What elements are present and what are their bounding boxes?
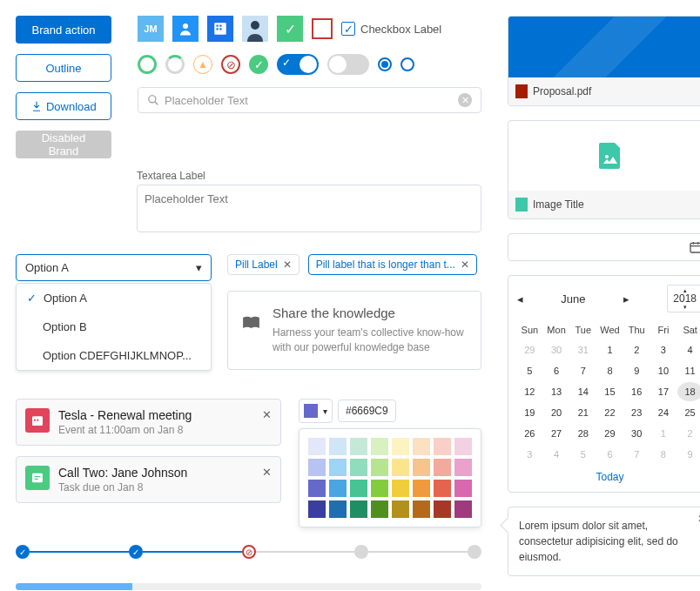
calendar-day[interactable]: 8 <box>651 445 676 464</box>
calendar-day[interactable]: 2 <box>624 340 650 359</box>
clear-icon[interactable]: ✕ <box>458 93 472 107</box>
calendar-day[interactable]: 19 <box>517 403 542 422</box>
calendar-day[interactable]: 16 <box>624 382 650 401</box>
radio-unchecked[interactable] <box>400 57 414 71</box>
select-option[interactable]: Option B <box>17 312 211 341</box>
close-icon[interactable]: ✕ <box>283 259 292 271</box>
calendar-day[interactable]: 1 <box>597 340 623 359</box>
calendar-day[interactable]: 22 <box>597 403 623 422</box>
pill-selected[interactable]: Pill label that is longer than t...✕ <box>308 254 477 275</box>
calendar-day[interactable]: 14 <box>570 382 596 401</box>
color-swatch[interactable] <box>454 438 472 455</box>
calendar-day[interactable]: 10 <box>651 361 676 380</box>
color-swatch[interactable] <box>350 438 367 455</box>
calendar-day[interactable]: 9 <box>677 445 700 464</box>
calendar-day[interactable]: 30 <box>624 424 650 443</box>
color-swatch[interactable] <box>329 438 347 455</box>
event-card[interactable]: Tesla - Renewal meetingEvent at 11:00am … <box>16 399 281 446</box>
color-swatch[interactable] <box>392 459 409 476</box>
calendar-day[interactable]: 28 <box>570 424 596 443</box>
color-swatch[interactable] <box>434 438 451 455</box>
calendar-day[interactable]: 5 <box>570 445 596 464</box>
calendar-day[interactable]: 27 <box>544 424 569 443</box>
color-swatch[interactable] <box>392 480 409 497</box>
file-card-pdf[interactable]: Proposal.pdf <box>508 16 700 106</box>
calendar-day[interactable]: 6 <box>597 445 623 464</box>
color-swatch[interactable] <box>350 500 367 518</box>
color-swatch[interactable] <box>434 459 451 476</box>
calendar-day[interactable]: 9 <box>624 361 650 380</box>
calendar-day[interactable]: 26 <box>517 424 542 443</box>
color-swatch[interactable] <box>454 500 472 518</box>
calendar-day[interactable]: 21 <box>570 403 596 422</box>
calendar-day[interactable]: 23 <box>624 403 650 422</box>
calendar-day[interactable]: 15 <box>597 382 623 401</box>
calendar-day[interactable]: 13 <box>544 382 569 401</box>
file-card-image[interactable]: Image Title <box>508 120 700 219</box>
color-swatch[interactable] <box>329 480 347 497</box>
close-icon[interactable]: ✕ <box>461 259 469 271</box>
outline-button[interactable]: Outline <box>16 54 111 82</box>
calendar-day[interactable]: 25 <box>677 403 700 422</box>
textarea-input[interactable] <box>137 185 481 232</box>
calendar-day[interactable]: 3 <box>517 445 542 464</box>
calendar-day[interactable]: 18 <box>677 382 700 401</box>
color-swatch[interactable] <box>308 480 326 497</box>
download-button[interactable]: Download <box>16 92 111 120</box>
calendar-day[interactable]: 24 <box>651 403 676 422</box>
color-swatch[interactable] <box>350 459 367 476</box>
color-swatch[interactable] <box>308 459 326 476</box>
color-swatch[interactable] <box>371 480 388 497</box>
calendar-day[interactable]: 29 <box>597 424 623 443</box>
color-swatch[interactable] <box>454 480 472 497</box>
prev-month-button[interactable]: ◂ <box>517 292 523 306</box>
color-swatch[interactable] <box>434 480 451 497</box>
color-swatch[interactable] <box>413 438 430 455</box>
calendar-day[interactable]: 3 <box>651 340 676 359</box>
color-swatch[interactable] <box>392 438 409 455</box>
calendar-day[interactable]: 8 <box>597 361 623 380</box>
next-month-button[interactable]: ▸ <box>623 292 629 306</box>
year-select[interactable]: ▴2018▾ <box>667 285 700 312</box>
color-swatch[interactable] <box>329 459 347 476</box>
calendar-day[interactable]: 17 <box>651 382 676 401</box>
color-swatch[interactable] <box>371 459 388 476</box>
search-input[interactable]: ✕ <box>138 87 481 113</box>
calendar-day[interactable]: 7 <box>624 445 650 464</box>
calendar-day[interactable]: 4 <box>544 445 569 464</box>
pill[interactable]: Pill Label✕ <box>227 254 300 275</box>
calendar-day[interactable]: 12 <box>517 382 542 401</box>
checkbox[interactable]: ✓Checkbox Label <box>341 22 441 36</box>
calendar-day[interactable]: 30 <box>544 340 569 359</box>
calendar-day[interactable]: 11 <box>677 361 700 380</box>
color-picker-button[interactable]: ▾ <box>299 399 333 423</box>
calendar-day[interactable]: 4 <box>677 340 700 359</box>
color-swatch[interactable] <box>329 500 347 518</box>
close-icon[interactable]: ✕ <box>262 466 272 479</box>
calendar-day[interactable]: 1 <box>651 424 676 443</box>
color-swatch[interactable] <box>350 480 367 497</box>
calendar-day[interactable]: 2 <box>677 424 700 443</box>
today-link[interactable]: Today <box>517 471 700 483</box>
calendar-day[interactable]: 6 <box>544 361 569 380</box>
calendar-day[interactable]: 31 <box>570 340 596 359</box>
calendar-day[interactable]: 20 <box>544 403 569 422</box>
color-swatch[interactable] <box>371 438 388 455</box>
color-swatch[interactable] <box>434 500 451 518</box>
color-swatch[interactable] <box>392 500 409 518</box>
select-option[interactable]: Option CDEFGHIJKLMNOP... <box>17 341 211 370</box>
calendar-day[interactable]: 29 <box>517 340 542 359</box>
color-swatch[interactable] <box>308 500 326 518</box>
toggle-off[interactable] <box>327 54 369 75</box>
toggle-on[interactable]: ✓ <box>277 54 319 75</box>
color-swatch[interactable] <box>413 500 430 518</box>
color-swatch[interactable] <box>454 459 472 476</box>
color-swatch[interactable] <box>413 480 430 497</box>
color-swatch[interactable] <box>371 500 388 518</box>
calendar-day[interactable]: 7 <box>570 361 596 380</box>
close-icon[interactable]: ✕ <box>262 408 272 421</box>
select-option[interactable]: ✓Option A <box>17 284 211 312</box>
task-card[interactable]: Call Two: Jane JohnsonTask due on Jan 8 … <box>16 456 281 503</box>
color-hex-input[interactable]: #6669C9 <box>338 400 396 422</box>
radio-checked[interactable] <box>378 57 392 71</box>
